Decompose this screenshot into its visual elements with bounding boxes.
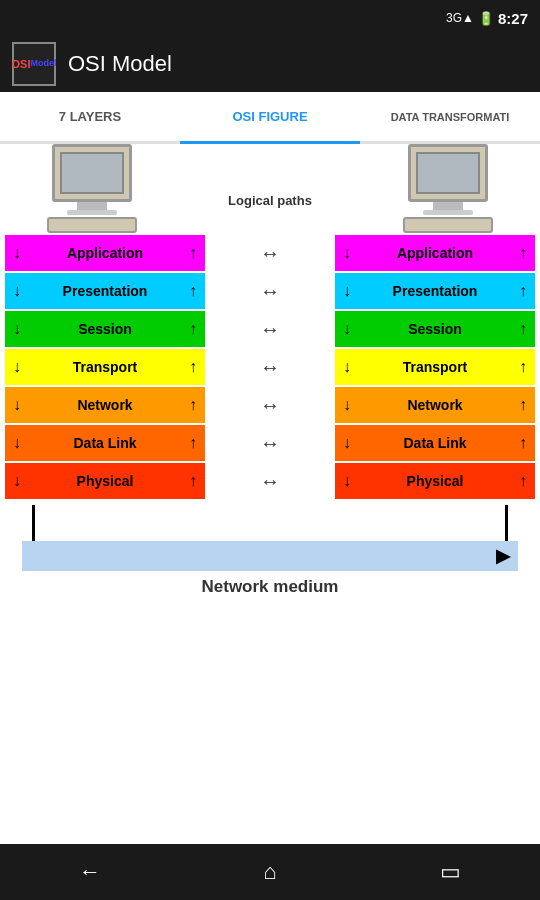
right-layer-physical: ↓ Physical ↑ [335, 463, 535, 499]
tab-osifigure[interactable]: OSI FIGURE [180, 92, 360, 144]
clock: 8:27 [498, 10, 528, 27]
app-bar: OSI Model OSI Model [0, 36, 540, 92]
h-arrow-line-application: ↔ [212, 242, 329, 265]
down-arrow-presentation-right: ↓ [343, 282, 351, 300]
middle-arrows: ↔ ↔ ↔ ↔ ↔ ↔ ↔ [205, 235, 335, 501]
down-arrow-network-right: ↓ [343, 396, 351, 414]
right-layer-column: ↓ Application ↑ ↓ Presentation ↑ ↓ Sessi… [335, 235, 535, 501]
down-arrow-datalink-right: ↓ [343, 434, 351, 452]
tab-datatransform[interactable]: DATA TRANSFORMATI [360, 92, 540, 144]
h-arrow-physical: ↔ [205, 463, 335, 499]
back-button[interactable]: ← [60, 852, 120, 892]
right-monitor-screen [416, 152, 480, 194]
back-icon: ← [79, 859, 101, 885]
label-session-right: Session [351, 321, 519, 337]
down-arrow-session-left: ↓ [13, 320, 21, 338]
up-arrow-application-right: ↑ [519, 244, 527, 262]
label-transport-right: Transport [351, 359, 519, 375]
left-keyboard [47, 217, 137, 233]
left-vertical-connector [32, 505, 35, 541]
left-layer-column: ↓ Application ↑ ↓ Presentation ↑ ↓ Sessi… [5, 235, 205, 501]
label-physical-left: Physical [21, 473, 189, 489]
h-arrow-presentation: ↔ [205, 273, 335, 309]
label-datalink-left: Data Link [21, 435, 189, 451]
status-bar: 3G▲ 🔋 8:27 [0, 0, 540, 36]
h-arrow-line-datalink: ↔ [212, 432, 329, 455]
right-monitor-base [433, 202, 463, 210]
home-button[interactable]: ⌂ [240, 852, 300, 892]
left-layer-physical: ↓ Physical ↑ [5, 463, 205, 499]
tab-7layers[interactable]: 7 LAYERS [0, 92, 180, 144]
up-arrow-network-left: ↑ [189, 396, 197, 414]
up-arrow-session-right: ↑ [519, 320, 527, 338]
h-arrow-line-network: ↔ [212, 394, 329, 417]
down-arrow-datalink-left: ↓ [13, 434, 21, 452]
tab-bar: 7 LAYERS OSI FIGURE DATA TRANSFORMATI [0, 92, 540, 144]
label-network-left: Network [21, 397, 189, 413]
up-arrow-presentation-right: ↑ [519, 282, 527, 300]
right-keyboard [403, 217, 493, 233]
battery-icon: 🔋 [478, 11, 494, 26]
label-application-left: Application [21, 245, 189, 261]
label-datalink-right: Data Link [351, 435, 519, 451]
right-vertical-connector [505, 505, 508, 541]
vertical-connectors [22, 505, 519, 541]
left-layer-session: ↓ Session ↑ [5, 311, 205, 347]
recents-icon: ▭ [440, 859, 461, 885]
up-arrow-physical-left: ↑ [189, 472, 197, 490]
left-monitor-stand [67, 210, 117, 215]
h-arrow-line-physical: ↔ [212, 470, 329, 493]
app-logo: OSI Model [12, 42, 56, 86]
down-arrow-session-right: ↓ [343, 320, 351, 338]
network-signal-icon: 3G▲ [446, 11, 474, 25]
up-arrow-network-right: ↑ [519, 396, 527, 414]
up-arrow-presentation-left: ↑ [189, 282, 197, 300]
right-layer-transport: ↓ Transport ↑ [335, 349, 535, 385]
left-layer-application: ↓ Application ↑ [5, 235, 205, 271]
right-layer-network: ↓ Network ↑ [335, 387, 535, 423]
down-arrow-network-left: ↓ [13, 396, 21, 414]
label-network-right: Network [351, 397, 519, 413]
right-layer-application: ↓ Application ↑ [335, 235, 535, 271]
content-area: Logical paths ↓ Application ↑ ↓ Presenta… [0, 144, 540, 844]
left-monitor-screen [60, 152, 124, 194]
logical-paths-area: Logical paths [210, 193, 330, 233]
h-arrow-transport: ↔ [205, 349, 335, 385]
down-arrow-application-right: ↓ [343, 244, 351, 262]
h-arrow-network: ↔ [205, 387, 335, 423]
up-arrow-datalink-right: ↑ [519, 434, 527, 452]
logical-paths-label: Logical paths [228, 193, 312, 209]
layers-section: ↓ Application ↑ ↓ Presentation ↑ ↓ Sessi… [0, 235, 540, 501]
recents-button[interactable]: ▭ [420, 852, 480, 892]
up-arrow-application-left: ↑ [189, 244, 197, 262]
h-arrow-line-presentation: ↔ [212, 280, 329, 303]
left-layer-datalink: ↓ Data Link ↑ [5, 425, 205, 461]
left-monitor [52, 144, 132, 202]
right-layer-datalink: ↓ Data Link ↑ [335, 425, 535, 461]
label-physical-right: Physical [351, 473, 519, 489]
h-arrow-application: ↔ [205, 235, 335, 271]
left-vert-line [32, 505, 35, 541]
label-application-right: Application [351, 245, 519, 261]
medium-arrow-right: ▶ [496, 545, 510, 567]
medium-bar: ▶ [22, 541, 519, 571]
right-layer-presentation: ↓ Presentation ↑ [335, 273, 535, 309]
right-layer-session: ↓ Session ↑ [335, 311, 535, 347]
label-presentation-right: Presentation [351, 283, 519, 299]
down-arrow-physical-left: ↓ [13, 472, 21, 490]
up-arrow-transport-left: ↑ [189, 358, 197, 376]
down-arrow-application-left: ↓ [13, 244, 21, 262]
h-arrow-line-transport: ↔ [212, 356, 329, 379]
right-computer [403, 144, 493, 233]
up-arrow-physical-right: ↑ [519, 472, 527, 490]
network-medium-area: ▶ Network medium [0, 505, 540, 597]
down-arrow-physical-right: ↓ [343, 472, 351, 490]
up-arrow-transport-right: ↑ [519, 358, 527, 376]
up-arrow-session-left: ↑ [189, 320, 197, 338]
label-session-left: Session [21, 321, 189, 337]
h-arrow-datalink: ↔ [205, 425, 335, 461]
left-monitor-base [77, 202, 107, 210]
h-arrow-session: ↔ [205, 311, 335, 347]
left-layer-transport: ↓ Transport ↑ [5, 349, 205, 385]
h-arrow-line-session: ↔ [212, 318, 329, 341]
